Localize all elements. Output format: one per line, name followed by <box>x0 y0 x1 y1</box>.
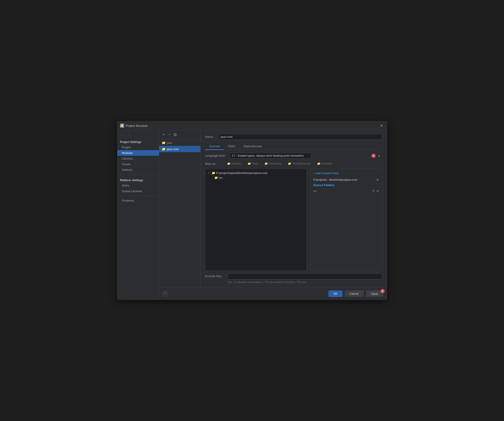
module-java-name: java <box>167 141 172 144</box>
tree-root-path: D:\projects\java\ittimeline\java\java-co… <box>216 171 268 175</box>
language-level-badge: 1 <box>372 154 376 158</box>
tab-paths[interactable]: Paths <box>224 143 239 150</box>
sidebar-item-problems[interactable]: Problems <box>117 198 159 203</box>
add-content-root-label: + Add Content Root <box>313 172 339 175</box>
copy-module-button[interactable]: ⧉ <box>173 132 177 137</box>
content-root-path: D:\projects\...ittimeline\java\java-core <box>313 178 357 181</box>
mark-as-label: Mark as: <box>205 162 223 166</box>
tab-dependencies[interactable]: Dependencies <box>239 143 266 150</box>
mark-resources-label: Resources <box>269 162 282 165</box>
tree-item-src[interactable]: 📁 src <box>213 175 305 180</box>
close-button[interactable]: ✕ <box>379 123 384 128</box>
sidebar-item-facets[interactable]: Facets <box>117 161 159 167</box>
language-level-row: Language level: 17 - Sealed types, alway… <box>205 153 382 159</box>
mark-as-row: Mark as: 📁 Sources 📁 Tests 📁 Resources <box>205 161 382 166</box>
right-sidebar-panel: + Add Content Root D:\projects\...ittime… <box>310 169 382 271</box>
title-bar-left: ◆ Project Structure <box>120 124 148 128</box>
remove-content-root-button[interactable]: ✕ <box>376 178 379 182</box>
mark-test-resources-label: Test Resources <box>292 162 311 165</box>
edit-folder-button[interactable]: ✎ <box>372 189 375 193</box>
module-detail: Name: Sources Paths Dependencies Languag… <box>201 130 387 287</box>
mark-excluded-button[interactable]: 📁 Excluded <box>315 161 335 166</box>
tree-child-area: 📁 src <box>213 175 305 180</box>
mark-sources-label: Sources <box>231 162 241 165</box>
tabs-row: Sources Paths Dependencies <box>205 143 382 150</box>
help-button[interactable]: ? <box>163 291 168 296</box>
exclude-files-area: Use ; to separate name patterns, * for a… <box>228 273 382 284</box>
exclude-files-hint: Use ; to separate name patterns, * for a… <box>228 280 382 284</box>
mark-resources-button[interactable]: 📁 Resources <box>262 161 284 166</box>
source-folder-name: src <box>313 190 317 193</box>
modules-area: + − ⧉ 📁 java 📁 java-core <box>159 130 387 287</box>
sidebar-divider <box>117 174 159 175</box>
module-item-java-core[interactable]: 📁 java-core <box>159 146 200 152</box>
folder-actions: ✎ ✕ <box>372 189 379 193</box>
language-level-select[interactable]: 17 - Sealed types, always-strict floatin… <box>230 153 312 159</box>
right-panel: + − ⧉ 📁 java 📁 java-core <box>159 130 387 300</box>
mark-tests-label: Tests <box>252 162 258 165</box>
tree-panel: ▾ 📁 D:\projects\java\ittimeline\java\jav… <box>205 169 307 271</box>
tree-root-folder-icon: 📁 <box>212 171 215 175</box>
resources-folder-icon: 📁 <box>264 162 268 165</box>
tree-chevron-icon: ▾ <box>208 172 211 174</box>
dialog-title: Project Structure <box>126 124 148 127</box>
back-button[interactable]: ← <box>120 133 125 137</box>
name-row: Name: <box>205 134 382 140</box>
nav-row: ← → <box>117 132 159 138</box>
sidebar-item-sdks[interactable]: SDKs <box>117 183 159 188</box>
sidebar-item-global-libraries[interactable]: Global Libraries <box>117 188 159 194</box>
platform-settings-title: Platform Settings <box>117 177 159 183</box>
sidebar-item-project[interactable]: Project <box>117 144 159 150</box>
apply-wrapper: Apply 2 <box>366 291 383 297</box>
content-root-header: D:\projects\...ittimeline\java\java-core… <box>313 178 379 182</box>
lang-label: Language level: <box>205 154 228 157</box>
module-list-bar: + − ⧉ <box>159 130 200 140</box>
app-icon: ◆ <box>120 124 124 128</box>
main-layout: ← → Project Settings Project Modules Lib… <box>117 130 387 300</box>
src-folder-name: src <box>219 176 223 179</box>
ok-button[interactable]: OK <box>328 291 342 297</box>
tab-sources[interactable]: Sources <box>205 143 224 150</box>
sidebar-divider-2 <box>117 196 159 196</box>
bottom-left: ? <box>163 291 168 296</box>
test-resources-folder-icon: 📁 <box>288 162 291 165</box>
sources-folder-icon: 📁 <box>227 162 231 165</box>
module-list: + − ⧉ 📁 java 📁 java-core <box>159 130 201 287</box>
module-java-icon: 📁 <box>162 141 166 144</box>
lang-select-wrapper: 17 - Sealed types, always-strict floatin… <box>230 153 382 159</box>
exclude-files-label: Exclude files: <box>205 273 225 278</box>
source-folders-title: Source Folders <box>313 184 379 187</box>
exclude-files-row: Exclude files: Use ; to separate name pa… <box>205 273 382 284</box>
sidebar-item-libraries[interactable]: Libraries <box>117 156 159 161</box>
sidebar-item-modules[interactable]: Modules <box>117 150 159 156</box>
remove-module-button[interactable]: − <box>167 132 171 137</box>
cancel-button[interactable]: Cancel <box>345 291 364 297</box>
forward-button[interactable]: → <box>126 133 131 137</box>
tests-folder-icon: 📁 <box>248 162 251 165</box>
module-java-core-name: java-core <box>167 148 179 151</box>
source-folder-item: src ✎ ✕ <box>313 189 379 193</box>
module-item-java[interactable]: 📁 java <box>159 140 200 146</box>
content-area: ▾ 📁 D:\projects\java\ittimeline\java\jav… <box>205 169 382 271</box>
project-settings-title: Project Settings <box>117 138 159 144</box>
mark-tests-button[interactable]: 📁 Tests <box>245 161 260 166</box>
project-structure-dialog: ◆ Project Structure ✕ ← → Project Settin… <box>117 121 387 300</box>
add-content-root-button[interactable]: + Add Content Root <box>313 172 379 175</box>
mark-sources-button[interactable]: 📁 Sources <box>225 161 244 166</box>
title-bar: ◆ Project Structure ✕ <box>117 121 387 130</box>
exclude-files-input[interactable] <box>228 273 382 279</box>
sidebar: ← → Project Settings Project Modules Lib… <box>117 130 159 300</box>
excluded-folder-icon: 📁 <box>317 162 320 165</box>
remove-folder-button[interactable]: ✕ <box>376 189 379 193</box>
bottom-right: OK Cancel Apply 2 <box>328 291 383 297</box>
sidebar-item-artifacts[interactable]: Artifacts <box>117 167 159 173</box>
tree-root-item[interactable]: ▾ 📁 D:\projects\java\ittimeline\java\jav… <box>207 171 305 175</box>
bottom-bar: ? OK Cancel Apply 2 <box>159 287 387 300</box>
add-module-button[interactable]: + <box>162 132 166 137</box>
mark-test-resources-button[interactable]: 📁 Test Resources <box>286 161 313 166</box>
module-java-core-icon: 📁 <box>162 147 166 151</box>
src-folder-icon: 📁 <box>214 176 218 179</box>
apply-badge: 2 <box>381 289 384 293</box>
name-input[interactable] <box>219 134 382 140</box>
name-label: Name: <box>205 135 216 138</box>
